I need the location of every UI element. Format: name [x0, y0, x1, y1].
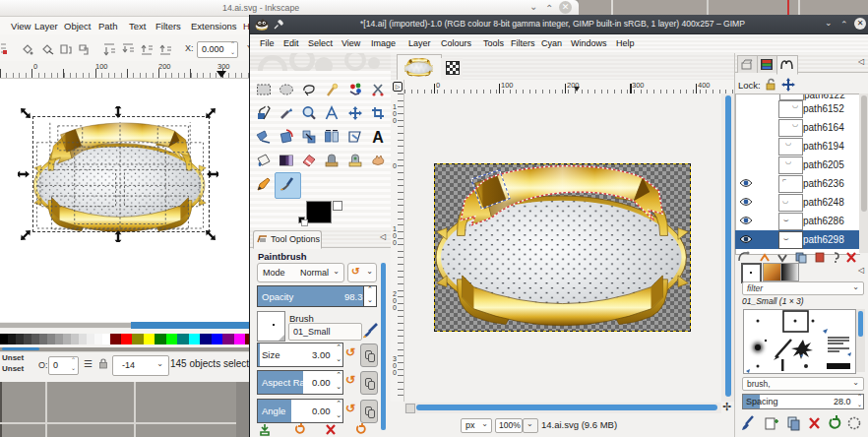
svg-text:A: A [372, 129, 384, 146]
